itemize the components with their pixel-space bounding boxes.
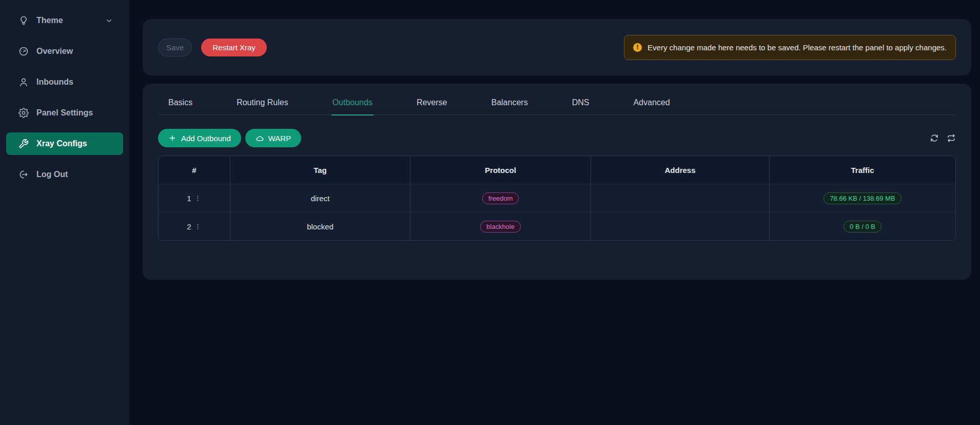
warning-icon: ! xyxy=(633,43,642,52)
toolbar-buttons: Save Restart Xray xyxy=(158,38,267,56)
bulb-icon xyxy=(18,15,29,26)
header-index: # xyxy=(159,156,230,184)
header-address: Address xyxy=(591,156,770,184)
main-content: Save Restart Xray ! Every change made he… xyxy=(129,0,980,425)
protocol-cell: freedom xyxy=(410,184,591,212)
config-tabs: Basics Routing Rules Outbounds Reverse B… xyxy=(158,84,956,115)
traffic-cell: 78.66 KB / 138.69 MB xyxy=(770,184,955,212)
row-menu-icon[interactable] xyxy=(194,195,202,202)
protocol-badge: freedom xyxy=(482,192,519,204)
tab-advanced[interactable]: Advanced xyxy=(632,98,671,114)
row-index: 1 xyxy=(187,194,191,203)
sidebar-item-log-out[interactable]: Log Out xyxy=(6,163,123,186)
traffic-badge: 78.66 KB / 138.69 MB xyxy=(824,192,901,204)
tag-cell: blocked xyxy=(230,212,410,240)
index-cell: 1 xyxy=(159,184,230,212)
logout-icon xyxy=(18,169,29,180)
chevron-down-icon xyxy=(105,17,113,25)
person-icon xyxy=(18,77,29,87)
sidebar-item-label: Panel Settings xyxy=(36,108,93,118)
restart-xray-button[interactable]: Restart Xray xyxy=(201,38,266,56)
xray-configs-card: Basics Routing Rules Outbounds Reverse B… xyxy=(143,84,971,280)
table-row: 2 blocked blackhole xyxy=(159,212,955,240)
sidebar-item-theme[interactable]: Theme xyxy=(6,9,123,32)
gear-icon xyxy=(18,108,29,118)
index-cell: 2 xyxy=(159,212,230,240)
table-header-row: # Tag Protocol Address Traffic xyxy=(159,156,955,184)
unsaved-changes-alert: ! Every change made here needs to be sav… xyxy=(624,35,956,60)
app-window: Theme Overview Inbounds Panel Settings xyxy=(0,0,980,425)
row-menu-icon[interactable] xyxy=(194,223,202,230)
address-cell xyxy=(591,212,770,240)
sidebar-item-label: Xray Configs xyxy=(36,139,87,148)
tab-dns[interactable]: DNS xyxy=(571,98,591,114)
toolbar-card: Save Restart Xray ! Every change made he… xyxy=(143,19,971,75)
traffic-badge: 0 B / 0 B xyxy=(844,221,881,233)
warp-label: WARP xyxy=(268,134,291,143)
row-index: 2 xyxy=(187,222,191,231)
tab-routing-rules[interactable]: Routing Rules xyxy=(236,98,289,114)
sidebar-item-overview[interactable]: Overview xyxy=(6,40,123,63)
sidebar: Theme Overview Inbounds Panel Settings xyxy=(0,0,129,425)
outbounds-actions-row: Add Outbound WARP xyxy=(158,129,956,147)
alert-text: Every change made here needs to be saved… xyxy=(648,43,947,52)
tab-basics[interactable]: Basics xyxy=(167,98,193,114)
sidebar-item-xray-configs[interactable]: Xray Configs xyxy=(6,132,123,155)
table-row: 1 direct freedom xyxy=(159,184,955,212)
tab-balancers[interactable]: Balancers xyxy=(490,98,528,114)
address-cell xyxy=(591,184,770,212)
protocol-badge: blackhole xyxy=(480,221,521,233)
sidebar-item-panel-settings[interactable]: Panel Settings xyxy=(6,102,123,124)
outbounds-table: # Tag Protocol Address Traffic 1 xyxy=(158,156,956,241)
warp-button[interactable]: WARP xyxy=(245,129,301,147)
add-outbound-button[interactable]: Add Outbound xyxy=(158,129,241,147)
wrench-icon xyxy=(18,139,29,149)
header-protocol: Protocol xyxy=(410,156,591,184)
tag-cell: direct xyxy=(230,184,410,212)
header-tag: Tag xyxy=(230,156,410,184)
tab-reverse[interactable]: Reverse xyxy=(416,98,448,114)
sidebar-item-label: Inbounds xyxy=(36,78,73,87)
tab-outbounds[interactable]: Outbounds xyxy=(331,98,374,114)
sidebar-item-label: Overview xyxy=(36,47,73,56)
refresh-icon[interactable] xyxy=(930,133,939,143)
gauge-icon xyxy=(18,46,29,56)
save-button[interactable]: Save xyxy=(158,38,192,56)
header-traffic: Traffic xyxy=(770,156,955,184)
repeat-icon[interactable] xyxy=(947,133,956,143)
add-outbound-label: Add Outbound xyxy=(181,134,231,143)
sidebar-item-label: Log Out xyxy=(36,170,68,179)
cloud-icon xyxy=(256,134,264,142)
plus-icon xyxy=(168,134,177,142)
traffic-cell: 0 B / 0 B xyxy=(770,212,955,240)
sidebar-item-inbounds[interactable]: Inbounds xyxy=(6,71,123,93)
sidebar-item-label: Theme xyxy=(36,16,63,25)
protocol-cell: blackhole xyxy=(410,212,591,240)
